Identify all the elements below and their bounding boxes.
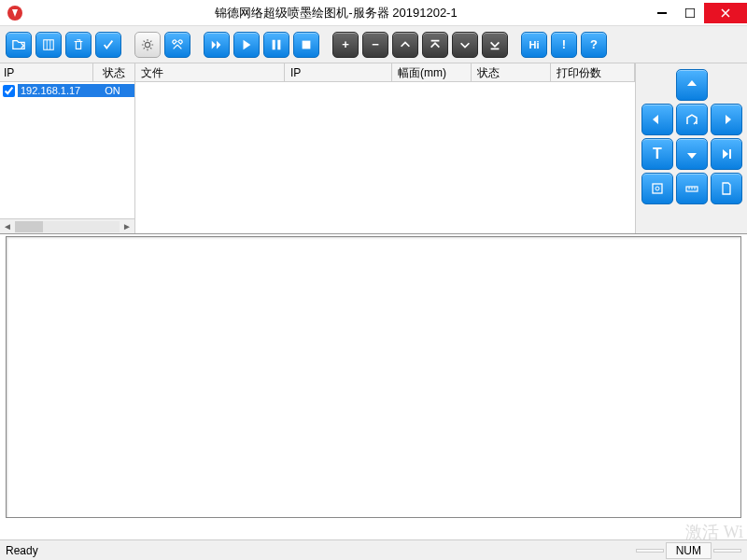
dpad-down-button[interactable] [676,138,708,170]
col-header-ip2[interactable]: IP [285,63,392,81]
dpad-empty [641,69,673,101]
status-seg-empty1 [636,549,664,553]
minimize-button[interactable] [648,3,676,23]
status-seg-empty2 [713,549,741,553]
svg-rect-7 [273,39,275,49]
log-output-panel[interactable] [6,236,741,518]
stop-button[interactable] [293,32,319,58]
move-up-button[interactable] [392,32,418,58]
col-header-copies[interactable]: 打印份数 [551,63,635,81]
scroll-right-icon[interactable]: ► [120,221,134,231]
dpad-next-button[interactable] [711,138,742,170]
main-toolbar: + − Hi ! ? [0,26,747,63]
svg-rect-2 [685,8,695,18]
col-header-status[interactable]: 状态 [93,63,134,81]
move-down-button[interactable] [452,32,478,58]
close-button[interactable] [704,3,747,23]
tools-button[interactable] [164,32,190,58]
title-bar: 锦德网络超级喷墨绘图机-服务器 20191202-1 [0,0,747,26]
direction-pad: T [641,69,741,204]
ip-cell: 192.168.1.17 [18,84,91,97]
job-table-body [135,82,635,233]
zoom-out-button[interactable]: − [362,32,388,58]
ip-list-panel: IP 状态 192.168.1.17 ON ◄ ► [0,63,135,233]
scroll-left-icon[interactable]: ◄ [0,221,15,231]
status-ready: Ready [6,544,634,557]
dpad-right-button[interactable] [711,104,742,135]
delete-button[interactable] [65,32,92,58]
svg-rect-12 [729,149,731,159]
col-header-status2[interactable]: 状态 [472,63,551,81]
dpad-ruler-button[interactable] [676,173,708,204]
ip-row-checkbox[interactable] [3,85,15,97]
window-title: 锦德网络超级喷墨绘图机-服务器 20191202-1 [24,5,648,21]
help-button[interactable]: ? [581,32,607,58]
svg-rect-8 [277,39,280,49]
open-file-button[interactable] [6,32,32,58]
check-button[interactable] [95,32,121,58]
svg-rect-1 [657,12,667,14]
scroll-track[interactable] [15,221,120,232]
svg-rect-13 [653,184,662,193]
hi-button[interactable]: Hi [521,32,547,58]
svg-rect-3 [44,39,54,49]
dpad-t-button[interactable]: T [641,138,673,170]
middle-panels: IP 状态 192.168.1.17 ON ◄ ► 文件 IP 幅面(mm) 状… [0,63,747,234]
dpad-target-button[interactable] [641,173,673,204]
play-button[interactable] [233,32,260,58]
info-button[interactable]: ! [551,32,577,58]
pause-button[interactable] [263,32,289,58]
dpad-up-button[interactable] [676,69,708,101]
dpad-page-button[interactable] [711,173,742,204]
scroll-thumb[interactable] [15,221,43,232]
svg-point-14 [655,187,659,190]
svg-rect-9 [303,40,311,49]
status-num: NUM [666,542,712,559]
col-header-width[interactable]: 幅面(mm) [392,63,472,81]
fast-forward-button[interactable] [204,32,230,58]
grid-button[interactable] [35,32,62,58]
svg-point-6 [145,42,149,47]
dpad-left-button[interactable] [641,104,673,135]
dpad-empty [711,69,742,101]
col-header-ip[interactable]: IP [0,63,93,81]
job-table-header: 文件 IP 幅面(mm) 状态 打印份数 [135,63,635,82]
settings-button[interactable] [134,32,161,58]
dpad-home-button[interactable] [676,104,708,135]
move-bottom-button[interactable] [482,32,508,58]
app-logo-icon [6,4,24,22]
ip-list-header: IP 状态 [0,63,134,82]
status-cell: ON [91,84,134,97]
job-table-panel: 文件 IP 幅面(mm) 状态 打印份数 [135,63,635,233]
ip-list-body: 192.168.1.17 ON [0,82,134,218]
col-header-file[interactable]: 文件 [135,63,285,81]
ip-row[interactable]: 192.168.1.17 ON [0,82,134,99]
zoom-in-button[interactable]: + [332,32,359,58]
move-top-button[interactable] [422,32,448,58]
direction-pad-panel: T [635,63,747,233]
window-controls [648,3,747,23]
status-bar: Ready NUM [0,539,747,560]
maximize-button[interactable] [676,3,704,23]
ip-list-hscroll[interactable]: ◄ ► [0,218,134,233]
